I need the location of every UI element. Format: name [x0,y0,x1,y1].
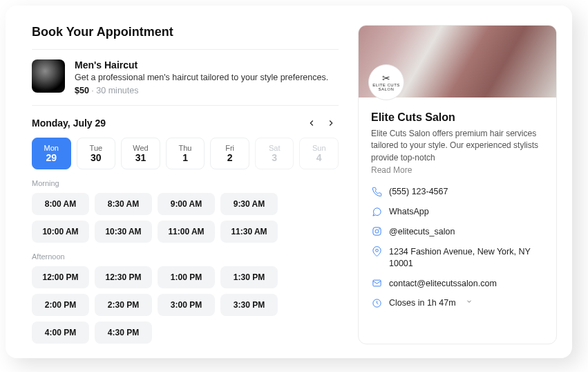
address-text: 1234 Fashion Avenue, New York, NY 10001 [389,246,544,270]
time-slot[interactable]: 8:30 AM [95,193,152,215]
day-number: 2 [227,152,233,163]
business-body: Elite Cuts Salon Elite Cuts Salon offers… [359,97,556,319]
whatsapp-row[interactable]: WhatsApp [371,206,544,218]
day-number: 3 [272,152,277,163]
hours-text: Closes in 1h 47m [389,297,456,309]
afternoon-label: Afternoon [32,252,339,261]
next-week-button[interactable] [323,115,339,131]
morning-slots: 8:00 AM8:30 AM9:00 AM9:30 AM10:00 AM10:3… [32,193,339,243]
prev-week-button[interactable] [304,115,319,131]
morning-label: Morning [32,179,339,187]
email-icon [371,278,382,289]
time-slot[interactable]: 9:30 AM [220,193,278,215]
whatsapp-text: WhatsApp [389,206,429,218]
day-option[interactable]: Tue30 [77,138,116,169]
time-slot[interactable]: 11:00 AM [158,221,215,243]
time-slot[interactable]: 1:00 PM [158,266,215,288]
chevron-left-icon [307,118,316,128]
location-icon [371,246,382,257]
divider [32,105,339,106]
divider [32,49,339,50]
svg-point-2 [379,229,379,230]
day-option[interactable]: Thu1 [166,138,205,169]
day-of-week: Mon [44,144,59,152]
day-option[interactable]: Fri2 [210,138,249,169]
time-slot[interactable]: 4:30 PM [95,322,152,344]
day-option: Sun4 [299,138,339,169]
service-name: Men's Haircut [75,59,328,71]
time-slot[interactable]: 12:30 PM [95,266,152,288]
day-option[interactable]: Wed31 [121,138,160,169]
booking-left: Book Your Appointment Men's Haircut Get … [32,25,339,344]
time-slot[interactable]: 2:00 PM [32,294,89,316]
day-number: 1 [182,152,188,163]
business-cover-image: ✂ ELITE CUTS SALON [359,26,556,97]
instagram-row[interactable]: @elitecuts_salon [371,226,544,238]
service-info: Men's Haircut Get a professional men's h… [75,59,328,95]
afternoon-slots: 12:00 PM12:30 PM1:00 PM1:30 PM2:00 PM2:3… [32,266,339,344]
instagram-icon [371,226,382,237]
day-number: 30 [91,152,102,163]
address-row[interactable]: 1234 Fashion Avenue, New York, NY 10001 [371,246,544,270]
read-more-link[interactable]: Read More [371,165,544,175]
business-description: Elite Cuts Salon offers premium hair ser… [371,128,544,164]
dot-separator: · [91,86,93,95]
time-slot[interactable]: 12:00 PM [32,266,89,288]
clock-icon [371,297,382,308]
selected-date-label: Monday, July 29 [32,118,106,129]
time-slot[interactable]: 3:30 PM [220,294,278,316]
contact-list: (555) 123-4567 WhatsApp @elitecuts_salon [371,186,544,309]
service-price-row: $50 · 30 minutes [75,86,328,95]
day-of-week: Wed [133,144,148,152]
day-picker: Mon29Tue30Wed31Thu1Fri2Sat3Sun4 [32,138,339,169]
phone-icon [371,186,382,197]
svg-point-1 [375,230,379,233]
day-number: 31 [135,152,146,163]
time-slot[interactable]: 4:00 PM [32,322,89,344]
day-number: 4 [316,152,322,163]
business-card: ✂ ELITE CUTS SALON Elite Cuts Salon Elit… [358,25,557,344]
email-row[interactable]: contact@elitecutssalon.com [371,278,544,290]
logo-text-sub: SALON [379,87,395,91]
time-slot[interactable]: 10:30 AM [95,221,152,243]
week-nav [304,115,339,131]
instagram-text: @elitecuts_salon [389,226,455,238]
day-of-week: Thu [179,144,192,152]
email-text: contact@elitecutssalon.com [389,278,497,290]
time-slot[interactable]: 9:00 AM [158,193,215,215]
scissors-icon: ✂ [382,73,391,83]
date-header: Monday, July 29 [32,115,339,131]
day-of-week: Sun [312,144,326,152]
time-slot[interactable]: 11:30 AM [220,221,278,243]
service-description: Get a professional men's haircut tailore… [75,73,328,82]
time-slot[interactable]: 3:00 PM [158,294,215,316]
service-image [32,59,65,93]
day-number: 29 [46,152,57,163]
business-logo: ✂ ELITE CUTS SALON [368,64,404,100]
service-duration: 30 minutes [96,86,138,95]
chevron-right-icon [326,118,336,128]
whatsapp-icon [371,206,382,217]
phone-text: (555) 123-4567 [389,186,448,198]
phone-row[interactable]: (555) 123-4567 [371,186,544,198]
time-slot[interactable]: 2:30 PM [95,294,152,316]
day-of-week: Sat [269,144,281,152]
svg-point-3 [375,250,378,252]
page-title: Book Your Appointment [32,25,339,39]
svg-rect-4 [372,280,380,286]
day-option: Sat3 [255,138,294,169]
business-name: Elite Cuts Salon [371,111,544,124]
service-row: Men's Haircut Get a professional men's h… [32,59,339,95]
time-slot[interactable]: 1:30 PM [220,266,278,288]
time-slot[interactable]: 10:00 AM [32,221,89,243]
day-option[interactable]: Mon29 [32,138,71,169]
hours-row[interactable]: Closes in 1h 47m [371,297,544,309]
booking-card: Book Your Appointment Men's Haircut Get … [6,6,572,358]
day-of-week: Tue [90,144,103,152]
chevron-down-icon [463,297,473,307]
time-slot[interactable]: 8:00 AM [32,193,89,215]
service-price: $50 [75,86,89,95]
day-of-week: Fri [225,144,234,152]
